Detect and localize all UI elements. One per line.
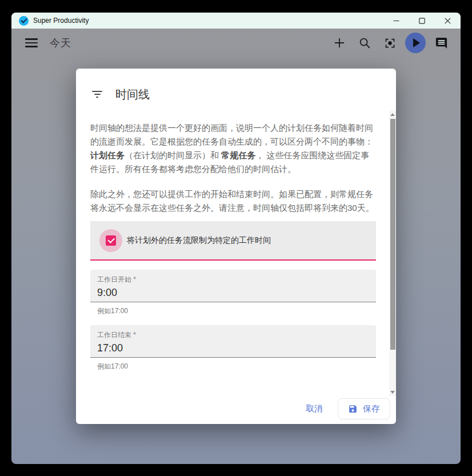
arrow-down-icon <box>390 391 395 394</box>
close-icon <box>445 18 451 24</box>
work-hours-checkbox-row[interactable]: 将计划外的任务流限制为特定的工作时间 <box>90 221 376 261</box>
scroll-up-button[interactable] <box>389 110 396 118</box>
save-icon <box>348 404 358 414</box>
workday-start-input[interactable]: 9:00 <box>97 287 376 299</box>
maximize-button[interactable] <box>409 13 435 29</box>
field-hint: 例如17:00 <box>97 306 376 316</box>
save-button[interactable]: 保存 <box>338 398 390 419</box>
field-label: 工作日开始 * <box>97 275 376 285</box>
add-icon <box>333 37 346 49</box>
main-toolbar: 今天 <box>11 29 461 57</box>
checkbox-label: 将计划外的任务流限制为特定的工作时间 <box>127 235 271 246</box>
dialog-header: 时间线 <box>76 69 396 112</box>
workday-end-input[interactable]: 17:00 <box>97 342 376 354</box>
timeline-dialog: 时间线 时间轴的想法是提供一个更好的画面，说明一个人的计划任务如何随着时间的流逝… <box>76 69 396 424</box>
workday-end-field[interactable]: 工作日结束 * 17:00 <box>90 325 376 358</box>
minimize-icon <box>393 18 399 24</box>
scroll-down-button[interactable] <box>389 388 396 396</box>
play-button[interactable] <box>405 33 426 53</box>
save-button-label: 保存 <box>363 403 380 414</box>
planned-tasks-term: 计划任务 <box>90 150 125 160</box>
page-title[interactable]: 今天 <box>50 36 71 50</box>
window-title: Super Productivity <box>33 17 89 25</box>
dialog-body: 时间轴的想法是提供一个更好的画面，说明一个人的计划任务如何随着时间的流逝而发展。… <box>76 112 396 397</box>
maximize-icon <box>419 18 425 24</box>
menu-icon <box>25 38 38 40</box>
scrollbar-thumb[interactable] <box>390 119 395 350</box>
dialog-title: 时间线 <box>115 87 150 102</box>
intro-paragraph: 时间轴的想法是提供一个更好的画面，说明一个人的计划任务如何随着时间的流逝而发展。… <box>90 121 376 176</box>
search-button[interactable] <box>352 30 377 55</box>
secondary-paragraph: 除此之外，您还可以提供工作的开始和结束时间。如果已配置，则常规任务将永远不会显示… <box>90 187 376 215</box>
field-hint: 例如17:00 <box>97 362 376 371</box>
minimize-button[interactable] <box>383 13 409 29</box>
filter-icon <box>91 91 103 98</box>
add-task-button[interactable] <box>327 30 352 55</box>
checkbox-halo <box>99 229 122 252</box>
app-window: Super Productivity 今天 <box>11 13 461 464</box>
chat-icon <box>435 37 448 50</box>
titlebar: Super Productivity <box>11 13 461 29</box>
workday-start-field[interactable]: 工作日开始 * 9:00 <box>90 270 376 302</box>
notes-button[interactable] <box>429 30 454 55</box>
checkbox-checked[interactable] <box>106 235 116 246</box>
dialog-scrollbar[interactable] <box>389 110 396 396</box>
search-icon <box>358 37 371 49</box>
menu-button[interactable] <box>25 38 38 47</box>
regular-tasks-term: 常规任务 <box>221 150 255 160</box>
app-logo-icon <box>19 16 29 26</box>
close-button[interactable] <box>435 13 461 29</box>
field-label: 工作日结束 * <box>97 330 376 340</box>
arrow-up-icon <box>390 113 395 116</box>
play-icon <box>413 38 420 47</box>
dialog-actions: 取消 保存 <box>76 397 396 424</box>
focus-mode-icon <box>384 37 396 49</box>
cancel-button[interactable]: 取消 <box>295 398 333 420</box>
window-controls <box>383 13 461 29</box>
focus-mode-button[interactable] <box>377 30 402 55</box>
